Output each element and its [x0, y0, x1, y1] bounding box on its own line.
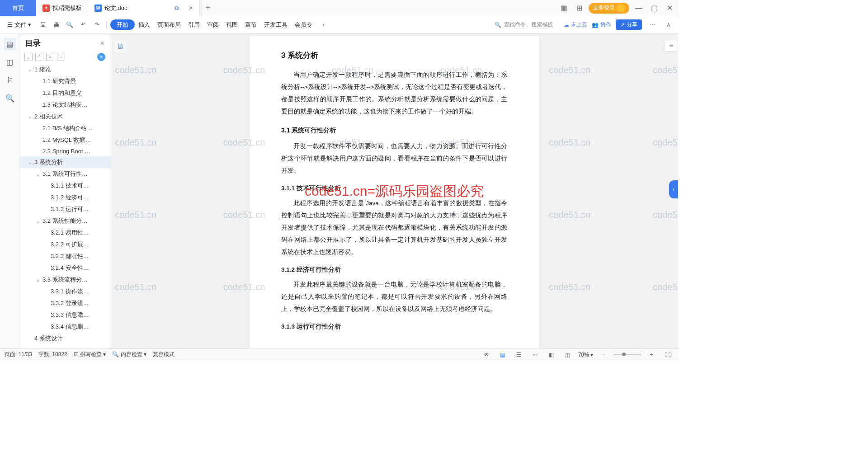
outline-item[interactable]: 3.3.4 信息删… [20, 321, 110, 333]
outline-item[interactable]: 3.1.2 经济可… [20, 192, 110, 203]
watermark: code51.cn [653, 65, 678, 75]
outline-item[interactable]: 2.2 MySQL 数据… [20, 134, 110, 146]
redo-icon[interactable]: ↷ [91, 19, 103, 31]
outline-item[interactable]: 3.2.2 可扩展… [20, 239, 110, 250]
add-tab-button[interactable]: + [200, 3, 216, 13]
watermark: code51.cn [115, 210, 156, 220]
side-panel-toggle[interactable]: ≡ [665, 40, 678, 52]
outline-item[interactable]: 3.3.1 操作流… [20, 286, 110, 297]
maximize-icon[interactable]: ▢ [648, 2, 660, 14]
menu-视图[interactable]: 视图 [222, 19, 241, 30]
minimize-icon[interactable]: — [633, 2, 645, 14]
menu-插入[interactable]: 插入 [135, 19, 154, 30]
word-count[interactable]: 字数: 10822 [38, 351, 67, 358]
body-text: 此程序选用的开发语言是 Java，这种编程语言有着丰富的数据类型，在指令控制语句… [281, 197, 507, 258]
outline-panel: 目录 × ⌄ ⌃ + − ✎ ⌄1 绪论1.1 研究背景1.2 目的和意义1.3… [20, 33, 110, 348]
layout-icon[interactable]: ▥ [558, 2, 570, 14]
eye-icon[interactable]: 👁 [481, 349, 492, 361]
menu-引用[interactable]: 引用 [184, 19, 203, 30]
apps-icon[interactable]: ⊞ [573, 2, 585, 14]
add-node-icon[interactable]: + [46, 53, 54, 61]
view-web-icon[interactable]: ◧ [546, 349, 557, 361]
body-text: 开发此程序最关键的设备就是一台电脑，无论是学校计算机室配备的电脑，还是自己入学以… [281, 278, 507, 315]
toolbar: ☰ 文件 ▾ 🖫 🖶 🔍 ↶ ↷ 开始插入页面布局引用审阅视图章节开发工具会员专… [0, 16, 678, 33]
menu-会员专[interactable]: 会员专 [291, 19, 316, 30]
close-window-icon[interactable]: ✕ [664, 2, 675, 14]
outline-tab-icon[interactable]: ▤ [4, 38, 16, 50]
outline-item[interactable]: 3.2.1 易用性… [20, 227, 110, 239]
undo-icon[interactable]: ↶ [77, 19, 89, 31]
menu-页面布局[interactable]: 页面布局 [154, 19, 184, 30]
outline-item[interactable]: 3.1.3 运行可… [20, 203, 110, 215]
tab-home[interactable]: 首页 [0, 0, 36, 16]
search-icon[interactable]: 🔍 [4, 92, 16, 104]
mark-icon[interactable]: ◫ [4, 56, 16, 68]
outline-item[interactable]: ⌄3.1 系统可行性… [20, 168, 110, 180]
outline-item[interactable]: ⌄3 系统分析 [20, 156, 110, 168]
watermark: code51.cn [115, 65, 156, 75]
watermark: code51.cn [115, 282, 156, 292]
outline-item[interactable]: 1.2 目的和意义 [20, 87, 110, 99]
heading-3-1: 3.1 系统可行性分析 [281, 124, 507, 136]
outline-item[interactable]: 3.3.3 信息添… [20, 309, 110, 321]
close-outline-icon[interactable]: × [100, 39, 104, 47]
outline-item[interactable]: 3.1.1 技术可… [20, 180, 110, 192]
collapse-all-icon[interactable]: ⌄ [24, 53, 33, 61]
save-icon[interactable]: 🖫 [37, 19, 48, 31]
menu-章节[interactable]: 章节 [241, 19, 260, 30]
outline-item[interactable]: 1.1 研究背景 [20, 75, 110, 87]
outline-item[interactable]: 3.2.4 安全性… [20, 262, 110, 274]
view-reading-icon[interactable]: ▭ [529, 349, 541, 361]
body-text: 当用户确定开发一款程序时，是需要遵循下面的顺序进行工作，概括为：系统分析-->系… [281, 69, 507, 118]
zoom-in-icon[interactable]: + [646, 349, 657, 361]
outline-item[interactable]: 4 系统设计 [20, 333, 110, 344]
cloud-status[interactable]: ☁ 未上云 [564, 21, 587, 28]
menu-file[interactable]: ☰ 文件 ▾ [4, 19, 35, 31]
content-check[interactable]: 🔍 内容检查 ▾ [112, 351, 146, 358]
expand-icon[interactable]: ∧ [663, 19, 675, 31]
expand-all-icon[interactable]: ⌃ [35, 53, 43, 61]
coop-button[interactable]: 👥 协作 [592, 21, 611, 28]
watermark: code51.cn [549, 282, 590, 292]
watermark: code51.cn [549, 210, 590, 220]
fullscreen-icon[interactable]: ⛶ [662, 349, 674, 361]
zoom-out-icon[interactable]: − [598, 349, 609, 361]
zoom-fit-icon[interactable]: ◫ [562, 349, 574, 361]
view-page-icon[interactable]: ▤ [497, 349, 509, 361]
feedback-tab[interactable]: ‹ [669, 180, 678, 198]
page-comment-icon[interactable]: 🗎 [115, 41, 127, 52]
close-icon[interactable]: × [189, 4, 193, 12]
heading-3: 3 系统分析 [281, 48, 507, 63]
remove-node-icon[interactable]: − [57, 53, 65, 61]
login-button[interactable]: 立即登录 [589, 3, 629, 14]
preview-icon[interactable]: 🔍 [64, 19, 75, 31]
outline-item[interactable]: ⌄3.3 系统流程分… [20, 274, 110, 286]
view-outline-icon[interactable]: ☰ [513, 349, 525, 361]
command-search[interactable]: 🔍 查找命令、搜索模板 [495, 21, 553, 28]
window-icon[interactable]: ⧉ [171, 2, 183, 14]
menu-开发工具[interactable]: 开发工具 [260, 19, 291, 30]
compat-mode[interactable]: 兼容模式 [153, 351, 175, 358]
outline-item[interactable]: 2.3 Spring Boot … [20, 146, 110, 156]
tab-template[interactable]: ✦找稻壳模板 [36, 0, 88, 16]
sync-icon[interactable]: ✎ [97, 53, 105, 61]
spell-check[interactable]: ☑ 拼写检查 ▾ [74, 351, 106, 358]
outline-item[interactable]: 2.1 B/S 结构介绍… [20, 122, 110, 134]
outline-item[interactable]: 1.3 论文结构安… [20, 99, 110, 111]
zoom-slider[interactable] [614, 354, 641, 355]
page-indicator[interactable]: 页面: 11/33 [5, 351, 32, 358]
more-icon[interactable]: ⋯ [646, 19, 658, 31]
outline-item[interactable]: ⌄3.2 系统性能分… [20, 215, 110, 227]
bookmark-icon[interactable]: ⚐ [4, 74, 16, 86]
outline-item[interactable]: 3.3.2 登录流… [20, 297, 110, 309]
menu-审阅[interactable]: 审阅 [203, 19, 222, 30]
chevron-right-icon[interactable]: › [318, 19, 330, 31]
outline-item[interactable]: ⌄2 相关技术 [20, 111, 110, 122]
outline-item[interactable]: 3.2.3 健壮性… [20, 250, 110, 262]
zoom-level[interactable]: 70% ▾ [578, 352, 593, 358]
menu-开始[interactable]: 开始 [110, 19, 135, 30]
share-button[interactable]: ↗ 分享 [616, 19, 642, 30]
tab-document[interactable]: W论文.doc⧉× [88, 0, 200, 16]
print-icon[interactable]: 🖶 [50, 19, 62, 31]
outline-item[interactable]: ⌄1 绪论 [20, 64, 110, 75]
